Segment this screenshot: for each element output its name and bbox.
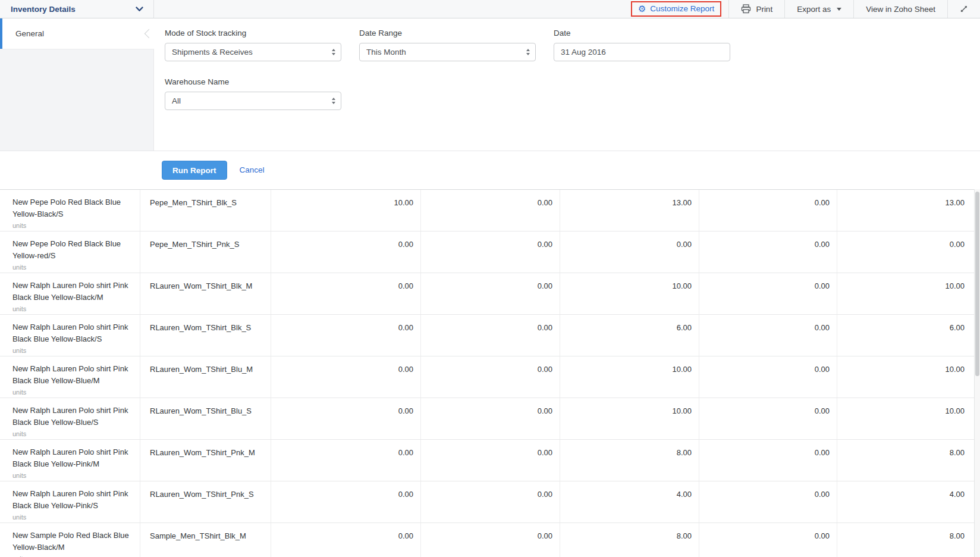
warehouse-select[interactable]: All <box>165 92 341 110</box>
item-name-cell: New Pepe Polo Red Black Blue Yellow-Blac… <box>0 190 140 231</box>
value-cell: 0.00 <box>421 231 560 273</box>
item-name-cell: New Pepe Polo Red Black Blue Yellow-red/… <box>0 231 140 273</box>
item-name: New Pepe Polo Red Black Blue Yellow-Blac… <box>12 196 134 220</box>
customize-report-container: ⚙ Customize Report <box>624 0 729 18</box>
stock-tracking-select[interactable]: Shipments & Receives <box>165 43 341 61</box>
table-row: New Ralph Lauren Polo shirt Pink Black B… <box>0 481 980 523</box>
item-unit-label: units <box>12 264 134 271</box>
report-table: New Pepe Polo Red Black Blue Yellow-Blac… <box>0 189 980 557</box>
item-sku-cell: Pepe_Men_TShirt_Blk_S <box>140 190 271 231</box>
report-action-bar: Run Report Cancel <box>0 151 980 189</box>
view-in-zoho-sheet-button[interactable]: View in Zoho Sheet <box>853 0 947 18</box>
item-name: New Ralph Lauren Polo shirt Pink Black B… <box>12 446 134 470</box>
item-name: New Pepe Polo Red Black Blue Yellow-red/… <box>12 238 134 262</box>
page-title: Inventory Details <box>11 5 76 14</box>
date-field-group: Date 31 Aug 2016 <box>554 29 730 61</box>
item-name-cell: New Ralph Lauren Polo shirt Pink Black B… <box>0 273 140 314</box>
value-cell: 0.00 <box>271 315 421 356</box>
item-sku-cell: RLauren_Wom_TShirt_Blu_S <box>140 398 271 439</box>
value-cell: 0.00 <box>421 315 560 356</box>
item-sku-cell: RLauren_Wom_TShirt_Pnk_M <box>140 440 271 481</box>
value-cell: 10.00 <box>560 273 699 314</box>
item-unit-label: units <box>12 514 134 521</box>
value-cell: 0.00 <box>699 356 837 398</box>
gear-icon: ⚙ <box>638 4 646 13</box>
value-cell: 0.00 <box>699 398 837 439</box>
item-name-cell: New Ralph Lauren Polo shirt Pink Black B… <box>0 398 140 439</box>
value-cell: 0.00 <box>271 273 421 314</box>
view-in-zoho-sheet-label: View in Zoho Sheet <box>866 5 935 14</box>
item-sku-cell: RLauren_Wom_TShirt_Blk_M <box>140 273 271 314</box>
date-range-label: Date Range <box>359 29 536 37</box>
value-cell: 0.00 <box>699 231 837 273</box>
value-cell: 0.00 <box>699 481 837 522</box>
caret-down-icon <box>837 8 841 11</box>
value-cell: 0.00 <box>699 315 837 356</box>
customize-report-button[interactable]: ⚙ Customize Report <box>631 1 722 17</box>
item-name: New Ralph Lauren Polo shirt Pink Black B… <box>12 405 134 428</box>
value-cell: 0.00 <box>421 481 560 522</box>
date-input[interactable]: 31 Aug 2016 <box>554 43 730 61</box>
item-sku-cell: Sample_Men_TShirt_Blk_M <box>140 523 271 557</box>
value-cell: 4.00 <box>560 481 699 522</box>
value-cell: 10.00 <box>560 398 699 439</box>
table-row: New Ralph Lauren Polo shirt Pink Black B… <box>0 273 980 315</box>
value-cell: 0.00 <box>421 356 560 398</box>
table-row: New Ralph Lauren Polo shirt Pink Black B… <box>0 315 980 356</box>
cancel-button[interactable]: Cancel <box>240 161 265 180</box>
value-cell: 6.00 <box>837 315 980 356</box>
value-cell: 0.00 <box>421 523 560 557</box>
chevron-down-icon <box>136 7 143 12</box>
customize-report-label: Customize Report <box>650 4 714 13</box>
print-label: Print <box>756 5 772 14</box>
item-unit-label: units <box>12 347 134 355</box>
export-as-button[interactable]: Export as <box>784 0 853 18</box>
fullscreen-button[interactable] <box>947 0 980 18</box>
value-cell: 0.00 <box>271 440 421 481</box>
value-cell: 8.00 <box>560 440 699 481</box>
filter-row-1: Mode of Stock tracking Shipments & Recei… <box>165 29 980 61</box>
table-row: New Pepe Polo Red Black Blue Yellow-Blac… <box>0 190 980 231</box>
topbar: Inventory Details ⚙ Customize Report Pri… <box>0 0 980 18</box>
value-cell: 10.00 <box>837 273 980 314</box>
item-name-cell: New Sample Polo Red Black Blue Yellow-Bl… <box>0 523 140 557</box>
value-cell: 0.00 <box>271 398 421 439</box>
filter-panel: Mode of Stock tracking Shipments & Recei… <box>154 18 980 151</box>
table-row: New Sample Polo Red Black Blue Yellow-Bl… <box>0 523 980 557</box>
sidebar-item-general[interactable]: General <box>0 18 154 49</box>
print-button[interactable]: Print <box>728 0 784 18</box>
item-name-cell: New Ralph Lauren Polo shirt Pink Black B… <box>0 356 140 398</box>
item-sku-cell: RLauren_Wom_TShirt_Pnk_S <box>140 481 271 522</box>
value-cell: 0.00 <box>421 190 560 231</box>
active-indicator-bar <box>0 18 2 49</box>
date-range-select[interactable]: This Month <box>359 43 536 61</box>
value-cell: 13.00 <box>837 190 980 231</box>
value-cell: 10.00 <box>837 356 980 398</box>
value-cell: 0.00 <box>837 231 980 273</box>
item-sku-cell: RLauren_Wom_TShirt_Blu_M <box>140 356 271 398</box>
warehouse-label: Warehouse Name <box>165 77 341 86</box>
select-arrows-icon <box>332 49 335 55</box>
date-label: Date <box>554 29 730 37</box>
warehouse-field-group: Warehouse Name All <box>165 77 341 110</box>
select-arrows-icon <box>526 49 530 55</box>
item-name: New Ralph Lauren Polo shirt Pink Black B… <box>12 363 134 387</box>
value-cell: 0.00 <box>271 356 421 398</box>
item-sku-cell: RLauren_Wom_TShirt_Blk_S <box>140 315 271 356</box>
item-sku-cell: Pepe_Men_TShirt_Pnk_S <box>140 231 271 273</box>
scrollbar-thumb[interactable] <box>975 192 979 376</box>
stock-tracking-value: Shipments & Receives <box>172 48 253 57</box>
report-title-dropdown[interactable]: Inventory Details <box>0 0 154 18</box>
item-name-cell: New Ralph Lauren Polo shirt Pink Black B… <box>0 315 140 356</box>
table-row: New Ralph Lauren Polo shirt Pink Black B… <box>0 440 980 481</box>
item-unit-label: units <box>12 222 134 230</box>
vertical-scrollbar[interactable] <box>974 189 980 557</box>
item-unit-label: units <box>12 389 134 396</box>
value-cell: 0.00 <box>271 231 421 273</box>
value-cell: 0.00 <box>421 440 560 481</box>
sidebar-filler <box>0 49 154 151</box>
table-row: New Pepe Polo Red Black Blue Yellow-red/… <box>0 231 980 273</box>
printer-icon <box>741 4 751 14</box>
run-report-button[interactable]: Run Report <box>162 161 227 180</box>
active-item-notch <box>145 29 154 38</box>
